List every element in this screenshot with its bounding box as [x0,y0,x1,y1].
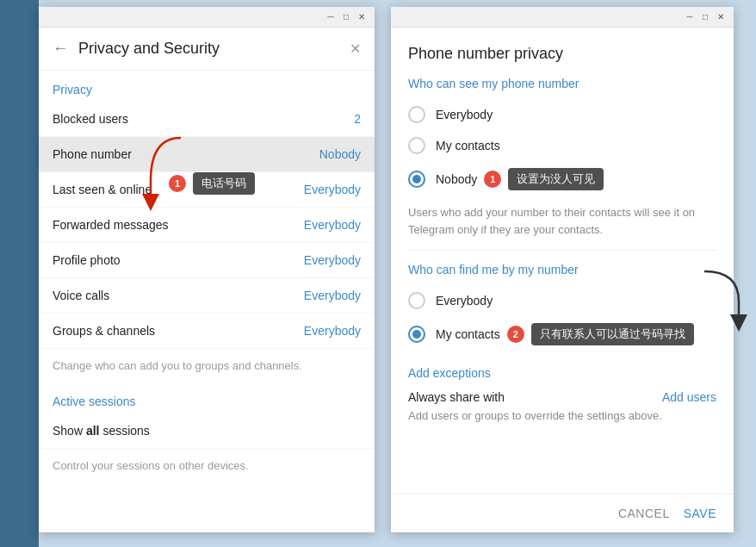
phone-number-label: Phone number [53,147,319,161]
everybody-radio-1[interactable] [408,106,425,123]
my-contacts-label-1: My contacts [436,139,500,152]
everybody-option-2[interactable]: Everybody [408,285,716,316]
blocked-users-label: Blocked users [53,112,354,126]
annotation-step1-bubble: 电话号码 [193,172,255,195]
profile-photo-value: Everybody [304,253,361,267]
annotation-step2: 2 只有联系人可以通过号码寻找 [507,323,694,345]
cancel-button[interactable]: CANCEL [618,507,670,520]
my-contacts-option-1[interactable]: My contacts [408,130,716,161]
my-contacts-option-2[interactable]: My contacts 2 只有联系人可以通过号码寻找 [408,316,716,352]
everybody-label-1: Everybody [436,108,493,121]
privacy-footer: Change who can add you to groups and cha… [39,349,375,382]
my-contacts-radio-1[interactable] [408,137,425,154]
forwarded-messages-item[interactable]: Forwarded messages Everybody [39,208,375,243]
maximize-btn-right[interactable]: □ [697,10,713,24]
last-seen-value: Everybody [304,183,361,196]
nobody-option[interactable]: Nobody 1 设置为没人可见 [408,161,716,197]
step1-circle: 1 [169,175,186,192]
always-share-text: Always share with [408,390,505,404]
phone-privacy-dialog: ─ □ ✕ Phone number privacy Who can see m… [391,7,734,532]
always-share-row: Always share with Add users [408,390,716,404]
minimize-btn[interactable]: ─ [323,10,338,24]
panel-header: ← Privacy and Security ✕ [39,28,375,71]
active-sessions-label: Active sessions [39,382,375,413]
section1-info: Users who add your number to their conta… [408,197,716,251]
titlebar-right: ─ □ ✕ [391,7,734,28]
nobody-label: Nobody [436,172,477,186]
save-button[interactable]: SAVE [684,507,716,520]
everybody-option-1[interactable]: Everybody [408,99,716,130]
privacy-section-label: Privacy [39,71,375,102]
add-users-link[interactable]: Add users [662,390,716,404]
profile-photo-item[interactable]: Profile photo Everybody [39,243,375,278]
step2-circle: 2 [507,326,524,343]
who-can-find-label: Who can find me by my number [408,263,716,277]
sessions-footer: Control your sessions on other devices. [39,449,375,482]
back-icon[interactable]: ← [53,40,68,58]
exceptions-section: Add exceptions Always share with Add use… [408,366,716,422]
forwarded-messages-label: Forwarded messages [53,218,304,232]
step1-dialog-circle: 1 [484,171,501,188]
blocked-users-item[interactable]: Blocked users 2 [39,102,375,137]
show-all-sessions-item[interactable]: Show all sessions [39,413,375,449]
show-all-sessions-label: Show all sessions [53,424,361,438]
groups-channels-label: Groups & channels [53,324,304,338]
panel-title: Privacy and Security [78,40,350,58]
exceptions-info: Add users or groups to override the sett… [408,409,716,422]
close-icon[interactable]: ✕ [350,40,361,57]
privacy-security-panel: ─ □ ✕ ← Privacy and Security ✕ Privacy B… [39,7,375,532]
blocked-users-badge: 2 [354,112,361,126]
phone-number-value: Nobody [319,147,361,161]
nobody-radio[interactable] [408,171,425,188]
annotation-step1-dialog-bubble: 设置为没人可见 [508,168,604,190]
who-can-see-label: Who can see my phone number [408,77,716,90]
phone-number-item[interactable]: Phone number Nobody [39,137,375,172]
dialog-footer: CANCEL SAVE [391,494,734,532]
groups-channels-value: Everybody [304,324,361,338]
profile-photo-label: Profile photo [53,253,304,267]
close-btn-left[interactable]: ✕ [354,10,369,24]
groups-channels-item[interactable]: Groups & channels Everybody [39,314,375,349]
everybody-radio-2[interactable] [408,292,425,309]
voice-calls-value: Everybody [304,289,361,302]
close-btn-right[interactable]: ✕ [713,10,728,24]
add-exceptions-label: Add exceptions [408,366,716,380]
my-contacts-radio-2[interactable] [408,326,425,343]
annotation-step1-dialog: 1 设置为没人可见 [484,168,604,190]
dialog-content: Phone number privacy Who can see my phon… [391,28,734,422]
dialog-title: Phone number privacy [408,45,716,63]
my-contacts-label-2: My contacts [436,327,500,341]
annotation-step1: 1 电话号码 [169,172,255,195]
chat-sidebar [0,0,39,547]
voice-calls-item[interactable]: Voice calls Everybody [39,278,375,314]
annotation-step2-bubble: 只有联系人可以通过号码寻找 [531,323,694,345]
minimize-btn-right[interactable]: ─ [682,10,697,24]
titlebar-left: ─ □ ✕ [39,7,375,28]
forwarded-messages-value: Everybody [304,218,361,232]
voice-calls-label: Voice calls [53,289,304,302]
everybody-label-2: Everybody [436,294,493,308]
maximize-btn[interactable]: □ [338,10,354,24]
